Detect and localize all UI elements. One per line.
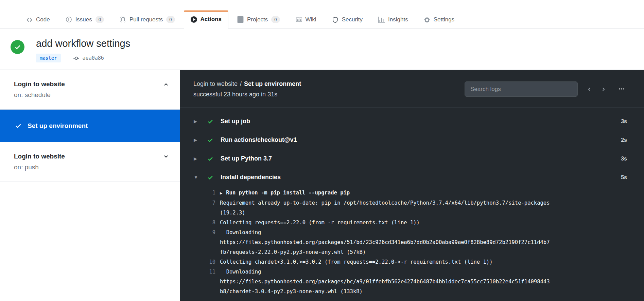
tab-settings[interactable]: Settings	[417, 11, 461, 28]
check-icon	[207, 137, 213, 143]
log-line: 7Requirement already up-to-date: pip in …	[180, 198, 644, 208]
run-meta: master aea0a86	[36, 54, 130, 62]
job-trigger: on: push	[14, 163, 169, 171]
tab-projects[interactable]: Projects0	[230, 11, 287, 28]
tab-label: Pull requests	[129, 16, 163, 23]
log-line: 8Collecting requests==2.22.0 (from -r re…	[180, 218, 644, 228]
breadcrumb: Login to website/Set up environment	[193, 80, 301, 88]
breadcrumb-separator: /	[240, 80, 242, 87]
expand-command-icon[interactable]: ▶	[220, 191, 222, 195]
counter-badge: 0	[95, 16, 104, 23]
log-line: 9 Downloading	[180, 228, 644, 238]
run-success-status-icon	[11, 40, 24, 54]
tab-label: Security	[342, 16, 363, 23]
chevron-right-icon	[601, 87, 606, 92]
log-line-number[interactable]	[180, 277, 215, 287]
log-line-number[interactable]: 7	[180, 198, 215, 208]
step-success-icon	[207, 156, 213, 162]
tab-security[interactable]: Security	[325, 11, 369, 28]
check-icon	[207, 174, 213, 181]
log-line-number[interactable]	[180, 238, 215, 247]
log-line-number[interactable]: 8	[180, 218, 215, 228]
log-options-menu-button[interactable]	[619, 86, 625, 92]
collapse-job-control[interactable]	[163, 81, 169, 87]
issue-icon	[66, 16, 72, 23]
step-success-icon	[207, 118, 213, 125]
tab-actions[interactable]: Actions	[184, 11, 228, 29]
log-line: https://files.pythonhosted.org/packages/…	[180, 238, 644, 247]
log-line-text: https://files.pythonhosted.org/packages/…	[215, 277, 550, 287]
step-row-install-dependencies[interactable]: ▼Install dependencies5s	[180, 168, 644, 187]
log-line-number[interactable]: 1	[180, 188, 215, 198]
check-icon	[207, 118, 213, 125]
step-row-run-actions-checkout-v1[interactable]: ▶Run actions/checkout@v12s	[180, 131, 644, 149]
check-icon	[14, 44, 21, 51]
repo-nav-tabs: CodeIssues0Pull requests0ActionsProjects…	[19, 11, 463, 28]
step-duration: 5s	[621, 174, 627, 181]
workflow-run-header: add workflow settings master aea0a86	[0, 29, 644, 70]
branch-badge[interactable]: master	[36, 54, 61, 62]
log-line-number[interactable]: 9	[180, 228, 215, 238]
graph-icon	[378, 17, 385, 23]
step-list: ▶Set up job3s▶Run actions/checkout@v12s▶…	[180, 108, 644, 188]
tab-pull-requests[interactable]: Pull requests0	[113, 11, 182, 28]
code-icon	[26, 17, 33, 23]
run-title: add workflow settings	[36, 38, 130, 49]
check-icon	[207, 156, 213, 162]
log-line-text: Collecting chardet<3.1.0,>=3.0.2 (from r…	[215, 257, 493, 267]
sidebar-step-set-up-environment[interactable]: Set up environment	[0, 110, 180, 142]
step-duration: 2s	[621, 137, 627, 143]
job-trigger: on: schedule	[14, 91, 169, 99]
step-label: Set up Python 3.7	[221, 155, 272, 162]
sidebar-step-label: Set up environment	[28, 122, 88, 130]
log-line: (19.2.3)	[180, 208, 644, 218]
counter-badge: 0	[271, 16, 280, 23]
shield-icon	[332, 17, 338, 23]
tab-wiki[interactable]: Wiki	[289, 11, 323, 28]
log-line-number[interactable]	[180, 287, 215, 297]
expand-job-control[interactable]	[163, 154, 169, 159]
search-logs-input[interactable]	[465, 81, 578, 97]
tab-insights[interactable]: Insights	[371, 11, 415, 28]
commit-link[interactable]: aea0a86	[73, 55, 104, 61]
run-info: add workflow settings master aea0a86	[36, 35, 130, 70]
step-duration: 3s	[621, 118, 627, 125]
expand-step-icon[interactable]: ▶	[194, 119, 199, 124]
play-icon	[191, 16, 197, 23]
expand-step-icon[interactable]: ▶	[194, 138, 199, 142]
step-row-set-up-job[interactable]: ▶Set up job3s	[180, 112, 644, 131]
job-item-on-schedule[interactable]: Login to websiteon: schedule	[0, 70, 180, 110]
log-line-number[interactable]	[180, 247, 215, 257]
kebab-horizontal-icon	[619, 86, 625, 92]
log-line-number[interactable]: 10	[180, 257, 215, 267]
job-item-on-push[interactable]: Login to websiteon: push	[0, 142, 180, 182]
collapse-step-icon[interactable]: ▼	[194, 175, 199, 180]
github-actions-run-page: CodeIssues0Pull requests0ActionsProjects…	[0, 0, 644, 301]
previous-match-button[interactable]	[587, 87, 592, 92]
chevron-down-icon	[163, 154, 169, 159]
log-line-number[interactable]	[180, 208, 215, 218]
log-line-number[interactable]: 11	[180, 267, 215, 277]
chevron-left-icon	[587, 87, 592, 92]
log-line: 10Collecting chardet<3.1.0,>=3.0.2 (from…	[180, 257, 644, 267]
tab-label: Code	[36, 16, 50, 23]
breadcrumb-job[interactable]: Login to website	[193, 80, 238, 87]
tab-label: Wiki	[306, 16, 316, 23]
next-match-button[interactable]	[601, 87, 606, 92]
step-success-icon	[207, 137, 213, 143]
tab-issues[interactable]: Issues0	[59, 11, 111, 28]
check-icon	[15, 123, 22, 129]
run-body: Login to websiteon: scheduleSet up envir…	[0, 70, 644, 301]
tab-code[interactable]: Code	[19, 11, 57, 28]
log-line: 1▶Run python -m pip install --upgrade pi…	[180, 188, 644, 198]
step-row-set-up-python-3-7[interactable]: ▶Set up Python 3.73s	[180, 149, 644, 168]
book-icon	[296, 17, 302, 23]
log-line-text: fb/requests-2.22.0-py2.py3-none-any.whl …	[215, 247, 366, 257]
tab-label: Projects	[247, 16, 268, 23]
job-title: Login to website	[14, 152, 65, 161]
step-label: Run actions/checkout@v1	[221, 136, 297, 144]
expand-step-icon[interactable]: ▶	[194, 156, 199, 161]
log-line-text: (19.2.3)	[215, 208, 245, 218]
commit-sha: aea0a86	[83, 55, 104, 61]
repo-nav: CodeIssues0Pull requests0ActionsProjects…	[0, 0, 644, 29]
